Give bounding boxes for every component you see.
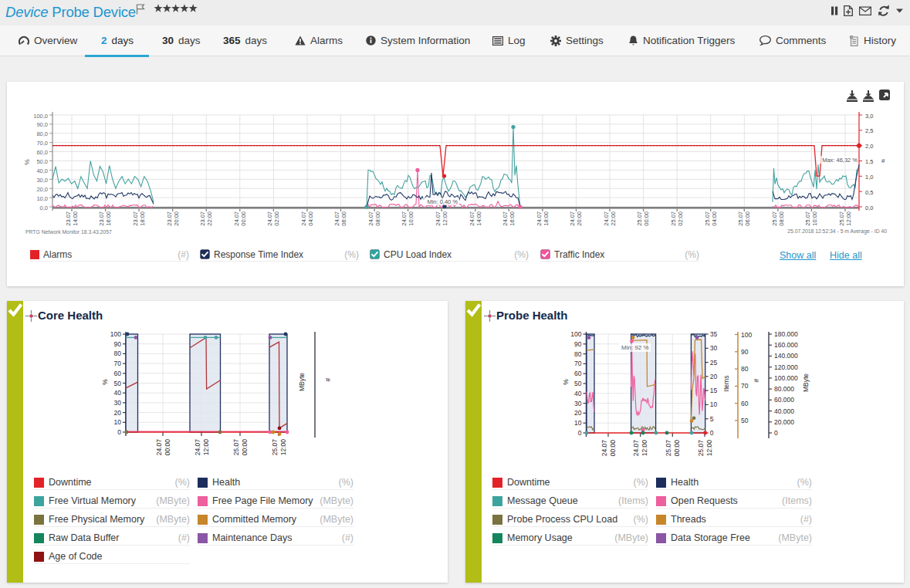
svg-text:18:00: 18:00	[543, 211, 550, 226]
svg-text:23.07: 23.07	[199, 211, 206, 226]
svg-text:12:00: 12:00	[705, 440, 713, 457]
svg-text:0,5: 0,5	[865, 189, 873, 196]
svg-text:12:00: 12:00	[279, 439, 287, 456]
svg-text:Min: 0,40 %: Min: 0,40 %	[427, 198, 458, 205]
svg-text:50,0: 50,0	[36, 158, 48, 165]
svg-text:10: 10	[574, 419, 582, 427]
svg-text:12:00: 12:00	[641, 440, 648, 457]
svg-text:22:00: 22:00	[610, 211, 617, 226]
svg-text:90,0: 90,0	[36, 121, 48, 128]
svg-text:10,0: 10,0	[36, 195, 48, 202]
svg-text:100: 100	[110, 330, 121, 338]
svg-text:12:00: 12:00	[845, 211, 852, 226]
svg-text:80: 80	[741, 365, 749, 373]
svg-text:25.07: 25.07	[232, 439, 240, 456]
svg-text:#: #	[881, 157, 885, 164]
svg-text:2,0: 2,0	[865, 143, 873, 150]
svg-text:Items: Items	[722, 376, 730, 392]
svg-text:24.07: 24.07	[266, 211, 273, 226]
svg-text:00:00: 00:00	[609, 440, 617, 457]
svg-text:24.07: 24.07	[569, 211, 576, 226]
svg-text:35: 35	[710, 330, 718, 338]
svg-text:25.07: 25.07	[804, 211, 811, 226]
svg-text:90: 90	[574, 340, 582, 348]
svg-text:100.000: 100.000	[774, 374, 798, 382]
svg-text:70: 70	[741, 382, 749, 390]
svg-text:20.000: 20.000	[774, 418, 794, 426]
svg-text:15: 15	[710, 387, 718, 394]
svg-text:0: 0	[774, 429, 778, 437]
svg-text:20: 20	[710, 373, 718, 380]
svg-text:23.07: 23.07	[132, 211, 139, 226]
svg-text:25.07.2018 12:52:34 - 5 m Aver: 25.07.2018 12:52:34 - 5 m Average - ID 4…	[787, 228, 887, 235]
svg-text:0,0: 0,0	[40, 204, 48, 211]
svg-text:%: %	[101, 379, 109, 385]
svg-text:60,0: 60,0	[36, 149, 48, 156]
svg-text:20: 20	[574, 409, 582, 417]
svg-text:1,0: 1,0	[865, 174, 873, 181]
svg-text:14:00: 14:00	[475, 211, 482, 226]
svg-text:60: 60	[114, 370, 122, 377]
svg-text:16:00: 16:00	[105, 211, 112, 226]
svg-text:06:00: 06:00	[340, 211, 347, 226]
svg-text:80,0: 80,0	[36, 130, 48, 137]
svg-text:24.07: 24.07	[367, 211, 374, 226]
svg-text:23.07: 23.07	[98, 211, 105, 226]
svg-text:24.07: 24.07	[600, 440, 608, 457]
svg-text:160.000: 160.000	[774, 341, 798, 349]
svg-text:14:00: 14:00	[72, 211, 79, 226]
svg-text:25.07: 25.07	[838, 211, 845, 226]
svg-text:04:00: 04:00	[711, 211, 718, 226]
svg-text:#: #	[753, 378, 760, 382]
svg-text:24.07: 24.07	[469, 211, 475, 226]
svg-text:25.07: 25.07	[636, 211, 643, 226]
svg-text:24.07: 24.07	[401, 211, 408, 226]
svg-text:30: 30	[114, 399, 122, 407]
svg-text:3,0: 3,0	[865, 113, 873, 120]
svg-text:70,0: 70,0	[36, 140, 48, 147]
svg-text:0: 0	[578, 429, 582, 437]
svg-text:50: 50	[741, 417, 749, 424]
svg-text:80.000: 80.000	[774, 385, 794, 393]
svg-text:Max: 46,32 %: Max: 46,32 %	[822, 157, 858, 164]
svg-text:80: 80	[114, 350, 122, 357]
svg-text:20:00: 20:00	[576, 211, 583, 226]
svg-text:08:00: 08:00	[778, 211, 785, 226]
svg-text:02:00: 02:00	[273, 211, 280, 226]
svg-text:50: 50	[114, 380, 122, 387]
svg-text:30,0: 30,0	[36, 177, 48, 184]
svg-text:25.07: 25.07	[665, 440, 672, 457]
svg-text:MByte: MByte	[802, 373, 810, 392]
svg-text:PRTG Network Monitor 18.3.43.2: PRTG Network Monitor 18.3.43.2057	[25, 229, 112, 235]
svg-text:100: 100	[570, 330, 581, 338]
svg-text:24.07: 24.07	[603, 211, 610, 226]
svg-text:00:00: 00:00	[240, 211, 247, 226]
svg-text:20:00: 20:00	[173, 211, 180, 226]
svg-text:40,0: 40,0	[36, 167, 48, 174]
svg-text:00:00: 00:00	[164, 439, 171, 456]
svg-text:%: %	[23, 159, 31, 165]
svg-text:24.07: 24.07	[300, 211, 307, 226]
svg-text:10: 10	[710, 400, 718, 408]
svg-text:70: 70	[114, 360, 122, 367]
svg-text:180.000: 180.000	[774, 330, 798, 338]
svg-text:30: 30	[710, 344, 718, 352]
svg-text:10: 10	[114, 418, 122, 426]
svg-text:16:00: 16:00	[509, 211, 516, 226]
svg-text:60: 60	[574, 370, 582, 377]
svg-text:60.000: 60.000	[774, 396, 794, 404]
svg-text:40: 40	[114, 389, 122, 397]
svg-text:60: 60	[741, 400, 749, 407]
svg-text:12:00: 12:00	[202, 439, 210, 456]
svg-text:140.000: 140.000	[774, 352, 798, 360]
svg-text:18:00: 18:00	[139, 211, 146, 226]
svg-text:100,0: 100,0	[33, 113, 48, 120]
svg-text:24.07: 24.07	[233, 211, 240, 226]
svg-text:90: 90	[741, 348, 749, 356]
svg-text:00:00: 00:00	[241, 439, 249, 456]
svg-text:40.000: 40.000	[774, 407, 794, 415]
svg-text:25.07: 25.07	[271, 439, 279, 456]
svg-text:02:00: 02:00	[677, 211, 684, 226]
svg-text:0: 0	[710, 429, 714, 437]
svg-text:24.07: 24.07	[435, 211, 441, 226]
